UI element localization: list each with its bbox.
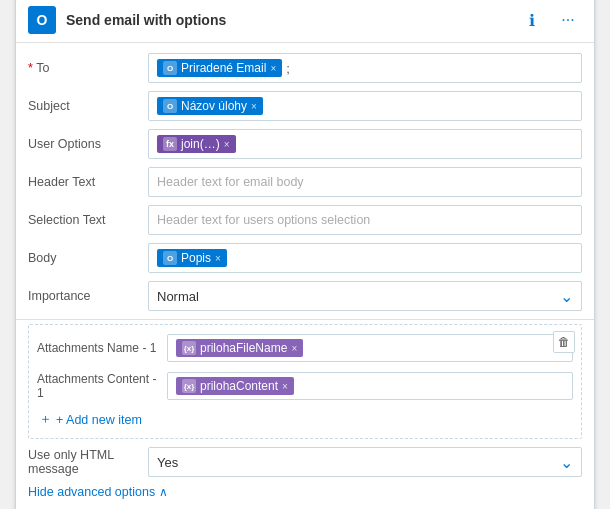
attachment-delete-button[interactable]: 🗑 (553, 331, 575, 353)
to-field[interactable]: O Priradené Email × ; (148, 53, 582, 83)
subject-label: Subject (28, 99, 148, 113)
fx-icon: fx (163, 137, 177, 151)
more-icon: ··· (561, 11, 574, 29)
importance-row: Importance Normal ⌄ (16, 277, 594, 315)
attachments-content-token-icon: {x} (182, 379, 196, 393)
chevron-up-icon: ∧ (159, 485, 168, 499)
subject-row: Subject O Názov úlohy × (16, 87, 594, 125)
card-title: Send email with options (66, 12, 518, 28)
use-html-chevron-icon: ⌄ (560, 453, 573, 472)
attachments-name-label: Attachments Name - 1 (37, 341, 167, 355)
hide-advanced-options-link[interactable]: Hide advanced options ∧ (16, 481, 594, 507)
to-token-text: Priradené Email (181, 61, 266, 75)
to-label: To (28, 61, 148, 75)
card-header: O Send email with options ℹ ··· (16, 0, 594, 43)
use-html-value: Yes (157, 455, 178, 470)
plus-icon: ＋ (39, 411, 52, 428)
info-icon: ℹ (529, 11, 535, 30)
attachments-content-label: Attachments Content - 1 (37, 372, 167, 400)
trash-icon: 🗑 (558, 335, 570, 349)
selection-text-row: Selection Text Header text for users opt… (16, 201, 594, 239)
user-options-label: User Options (28, 137, 148, 151)
body-token-icon: O (163, 251, 177, 265)
importance-select[interactable]: Normal ⌄ (148, 281, 582, 311)
attachments-content-row: Attachments Content - 1 {x} prilohaConte… (37, 369, 573, 403)
selection-text-placeholder: Header text for users options selection (157, 213, 370, 227)
to-token-icon: O (163, 61, 177, 75)
to-token-close[interactable]: × (270, 63, 276, 74)
body-field[interactable]: O Popis × (148, 243, 582, 273)
subject-token-text: Názov úlohy (181, 99, 247, 113)
selection-text-label: Selection Text (28, 213, 148, 227)
to-semicolon: ; (286, 61, 290, 76)
header-text-field[interactable]: Header text for email body (148, 167, 582, 197)
attachments-name-token-text: prilohaFileName (200, 341, 287, 355)
importance-label: Importance (28, 289, 148, 303)
use-html-row: Use only HTML message Yes ⌄ (16, 443, 594, 481)
attachments-name-field[interactable]: {x} prilohaFileName × (167, 334, 573, 362)
user-options-row: User Options fx join(…) × (16, 125, 594, 163)
to-row: To O Priradené Email × ; (16, 49, 594, 87)
attachments-section: 🗑 Attachments Name - 1 {x} prilohaFileNa… (28, 324, 582, 439)
selection-text-field[interactable]: Header text for users options selection (148, 205, 582, 235)
attachments-name-token-close[interactable]: × (291, 343, 297, 354)
header-actions: ℹ ··· (518, 6, 582, 34)
to-token: O Priradené Email × (157, 59, 282, 77)
card-body: To O Priradené Email × ; Subject O Názov… (16, 43, 594, 509)
body-token: O Popis × (157, 249, 227, 267)
more-button[interactable]: ··· (554, 6, 582, 34)
subject-token-close[interactable]: × (251, 101, 257, 112)
add-new-item-button[interactable]: ＋ + Add new item (37, 407, 144, 432)
attachments-content-token-text: prilohaContent (200, 379, 278, 393)
user-options-token-close[interactable]: × (224, 139, 230, 150)
info-button[interactable]: ℹ (518, 6, 546, 34)
use-html-label: Use only HTML message (28, 448, 148, 476)
attachments-content-token-close[interactable]: × (282, 381, 288, 392)
importance-value: Normal (157, 289, 199, 304)
subject-token: O Názov úlohy × (157, 97, 263, 115)
attachments-content-token: {x} prilohaContent × (176, 377, 294, 395)
importance-chevron-icon: ⌄ (560, 287, 573, 306)
use-html-select[interactable]: Yes ⌄ (148, 447, 582, 477)
attachments-content-field[interactable]: {x} prilohaContent × (167, 372, 573, 400)
subject-field[interactable]: O Názov úlohy × (148, 91, 582, 121)
hide-advanced-label: Hide advanced options (28, 485, 155, 499)
body-token-text: Popis (181, 251, 211, 265)
subject-token-icon: O (163, 99, 177, 113)
body-label: Body (28, 251, 148, 265)
attachments-name-token-icon: {x} (182, 341, 196, 355)
header-text-row: Header Text Header text for email body (16, 163, 594, 201)
attachments-name-token: {x} prilohaFileName × (176, 339, 303, 357)
divider (16, 319, 594, 320)
user-options-token-text: join(…) (181, 137, 220, 151)
header-text-label: Header Text (28, 175, 148, 189)
add-new-item-label: + Add new item (56, 413, 142, 427)
user-options-token: fx join(…) × (157, 135, 236, 153)
user-options-field[interactable]: fx join(…) × (148, 129, 582, 159)
body-row: Body O Popis × (16, 239, 594, 277)
attachments-name-row: Attachments Name - 1 {x} prilohaFileName… (37, 331, 573, 365)
card-container: O Send email with options ℹ ··· To O Pri… (15, 0, 595, 509)
app-icon: O (28, 6, 56, 34)
header-text-placeholder: Header text for email body (157, 175, 304, 189)
body-token-close[interactable]: × (215, 253, 221, 264)
